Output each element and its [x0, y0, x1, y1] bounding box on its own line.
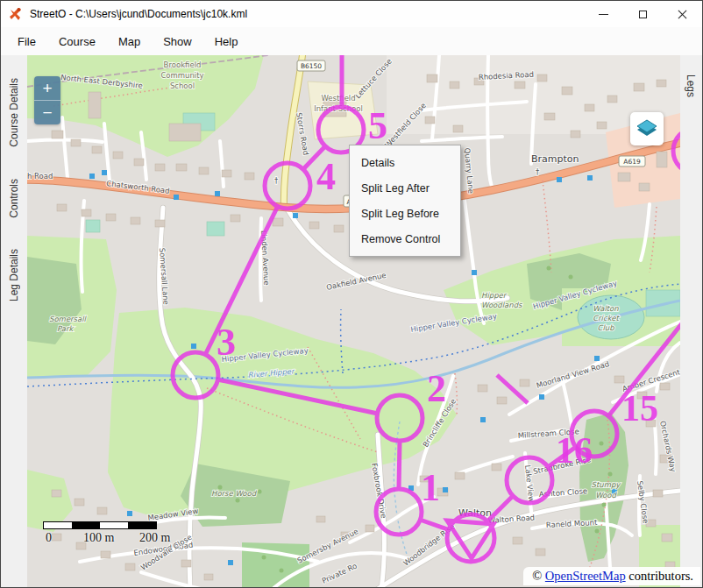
zoom-out-button[interactable]: − — [34, 101, 60, 124]
scale-label-100: 100 m — [83, 531, 114, 545]
map-svg: North East Derbyshire Brookfield Communi… — [27, 55, 680, 588]
control-number-5: 5 — [368, 104, 387, 147]
context-menu-split-leg-before[interactable]: Split Leg Before — [350, 201, 460, 226]
left-sidebar: Course Details Controls Leg Details — [1, 55, 27, 588]
map-label-brookfield-1: Brookfield — [164, 60, 202, 69]
maximize-icon — [639, 11, 647, 18]
context-menu-remove-control[interactable]: Remove Control — [350, 226, 460, 251]
control-number-4: 4 — [316, 155, 336, 198]
map-label-somersall-park-2: Park — [57, 324, 74, 333]
close-button[interactable] — [663, 1, 702, 27]
close-icon — [678, 10, 687, 19]
leg-2-1[interactable] — [399, 441, 400, 489]
zoom-in-button[interactable]: + — [34, 76, 60, 101]
app-logo-icon — [9, 7, 23, 21]
minimize-icon — [599, 14, 608, 15]
openstreetmap-link[interactable]: OpenStreetMap — [545, 569, 626, 583]
tab-leg-details[interactable]: Leg Details — [8, 249, 20, 301]
map-label-chatsworth-partial: h Road — [27, 172, 53, 181]
minimize-button[interactable] — [584, 1, 623, 27]
map-label-stumpy-1: Stumpy — [592, 480, 621, 489]
scale-bar-segments — [43, 521, 157, 529]
attribution-copyright: © — [532, 569, 545, 583]
map-label-cricket-2: Cricket — [593, 314, 620, 322]
context-menu-split-leg-after[interactable]: Split Leg After — [350, 175, 460, 201]
control-context-menu: Details Split Leg After Split Leg Before… — [349, 145, 461, 257]
layers-icon — [635, 117, 659, 141]
app-window: StreetO - C:\Users\jcund\Documents\jc10k… — [0, 0, 703, 588]
tab-course-details[interactable]: Course Details — [8, 78, 20, 147]
svg-text:A619: A619 — [623, 158, 641, 166]
control-number-3: 3 — [217, 321, 236, 364]
map-label-brookfield-2: Community — [160, 71, 203, 80]
scale-label-200: 200 m — [139, 531, 170, 545]
tab-legs[interactable]: Legs — [685, 74, 697, 97]
map-label-hipper-woodlands-2: Woodlands — [481, 301, 522, 309]
map-label-brookfield-3: School — [170, 81, 195, 90]
control-number-16: 16 — [556, 430, 593, 471]
menu-bar: File Course Map Show Help — [1, 27, 702, 55]
menu-help[interactable]: Help — [203, 29, 250, 54]
maximize-button[interactable] — [623, 1, 663, 27]
control-number-1: 1 — [421, 466, 440, 509]
window-title: StreetO - C:\Users\jcund\Documents\jc10k… — [30, 8, 247, 20]
menu-course[interactable]: Course — [47, 29, 107, 54]
map-canvas[interactable]: North East Derbyshire Brookfield Communi… — [27, 55, 680, 588]
map-attribution: © OpenStreetMap contributors. — [523, 567, 700, 585]
b6150-shield: B6150 — [297, 60, 325, 71]
map-label-somersall-park-1: Somersall — [49, 315, 88, 323]
menu-map[interactable]: Map — [107, 29, 152, 54]
map-label-brampton: Brampton — [531, 153, 579, 165]
layers-button[interactable] — [630, 112, 664, 145]
map-label-cricket-3: Club — [597, 323, 614, 332]
title-bar[interactable]: StreetO - C:\Users\jcund\Documents\jc10k… — [1, 1, 702, 27]
map-label-cricket-1: Walton — [593, 304, 619, 313]
control-number-2: 2 — [427, 367, 446, 410]
map-label-hipper-woodlands-1: Hipper — [481, 291, 508, 300]
a619-shield: A619 — [619, 156, 645, 166]
menu-file[interactable]: File — [6, 29, 47, 54]
scale-bar: 0 100 m 200 m — [43, 521, 192, 543]
context-menu-details[interactable]: Details — [350, 150, 460, 175]
map-label-westfield-1: Westfield — [321, 94, 355, 103]
scale-label-0: 0 — [46, 531, 52, 545]
menu-show[interactable]: Show — [152, 29, 203, 54]
attribution-suffix: contributors. — [626, 569, 693, 583]
map-label-stumpy-2: Wood — [595, 491, 617, 499]
svg-text:B6150: B6150 — [301, 62, 322, 70]
map-label-horse-wood: Horse Wood — [211, 489, 258, 498]
control-number-15: 15 — [621, 388, 658, 429]
zoom-control: + − — [34, 76, 60, 124]
right-sidebar: Legs — [678, 55, 702, 588]
tab-controls[interactable]: Controls — [8, 179, 20, 218]
